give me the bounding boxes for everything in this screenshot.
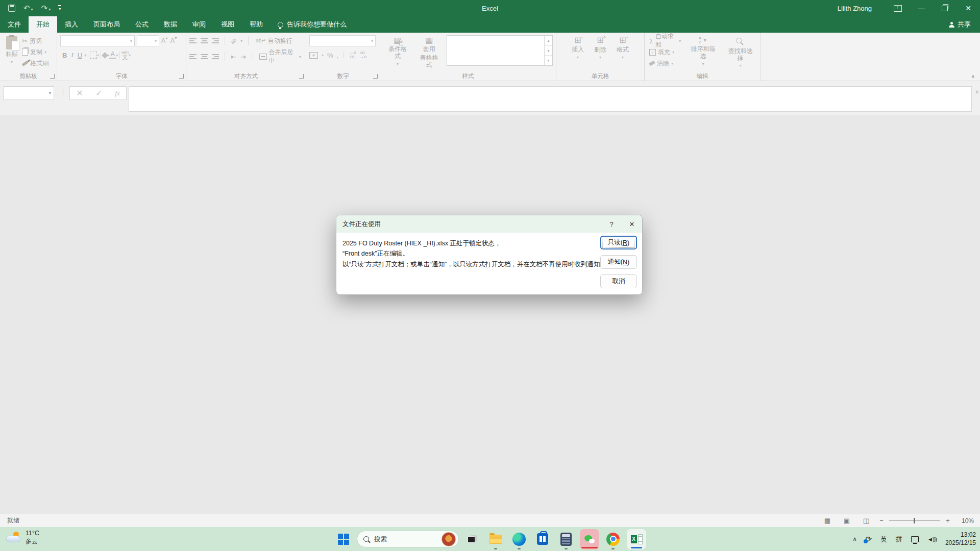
tab-formulas[interactable]: 公式 (128, 16, 156, 33)
sort-filter-button[interactable]: AZ▼ 排序和筛选 ▾ (687, 35, 720, 72)
cancel-button[interactable]: 取消 (600, 274, 637, 288)
expand-formula-bar-icon[interactable]: ˅ (975, 89, 978, 95)
bold-button[interactable]: B (60, 52, 69, 59)
zoom-slider[interactable] (889, 520, 940, 521)
gallery-scrollbar[interactable]: ▲ ▼ ▼ (544, 36, 552, 65)
enter-icon[interactable]: ✓ (95, 88, 102, 98)
comma-style-button[interactable]: , (337, 52, 339, 59)
formula-bar-splitter[interactable]: ⋮ (60, 88, 66, 95)
paste-button[interactable]: 粘贴 ▾ (3, 35, 20, 72)
sync-update-icon[interactable]: ⟳ (865, 535, 872, 543)
increase-decimal-button[interactable]: ←.0.00 (349, 51, 356, 59)
cell-styles-gallery[interactable]: ▲ ▼ ▼ (447, 35, 553, 66)
font-name-combo[interactable]: ▾ (60, 35, 135, 46)
conditional-formatting-button[interactable]: ▦≠ 条件格式 ▾ (383, 35, 412, 67)
autosum-button[interactable]: Σ自动求和▾ (648, 35, 682, 46)
taskbar-clock[interactable]: 13:02 2025/12/15 (945, 531, 976, 547)
search-input[interactable] (373, 535, 431, 543)
redo-button[interactable]: ↷▾ (41, 4, 51, 13)
clear-button[interactable]: 清除▾ (648, 58, 682, 69)
weather-widget[interactable]: 11°C 多云 (6, 530, 39, 545)
increase-font-size-button[interactable]: A▲ (161, 37, 168, 44)
tab-view[interactable]: 视图 (213, 16, 242, 33)
tab-data[interactable]: 数据 (156, 16, 185, 33)
merge-center-button[interactable]: 合并后居中▾ (258, 51, 303, 62)
microsoft-store-button[interactable] (532, 528, 553, 550)
formula-input[interactable] (129, 86, 972, 112)
start-button[interactable] (333, 528, 354, 550)
tab-insert[interactable]: 插入 (57, 16, 86, 33)
tab-home[interactable]: 开始 (29, 16, 57, 33)
delete-cells-button[interactable]: ⊞✕ 删除 ▾ (592, 35, 609, 72)
zoom-slider-thumb[interactable] (914, 518, 915, 523)
page-layout-view-icon[interactable]: ▣ (837, 517, 856, 524)
save-icon[interactable] (8, 5, 15, 12)
zoom-out-button[interactable]: − (876, 517, 887, 524)
normal-view-icon[interactable]: ▦ (818, 517, 837, 524)
copy-button[interactable]: 复制▾ (20, 46, 50, 58)
percent-style-button[interactable]: % (327, 52, 333, 59)
alignment-dialog-launcher[interactable] (299, 74, 304, 79)
taskbar-search[interactable] (357, 531, 459, 547)
undo-button[interactable]: ↶▾ (23, 4, 33, 13)
speaker-icon[interactable]: ◄))) (927, 536, 937, 542)
increase-indent-icon[interactable]: ⇥ (240, 54, 246, 60)
number-dialog-launcher[interactable] (373, 74, 378, 79)
format-painter-button[interactable]: 格式刷 (20, 58, 50, 69)
zoom-level[interactable]: 10% (953, 517, 974, 524)
customize-qat-icon[interactable]: ▾ (59, 5, 61, 11)
font-color-button[interactable]: A (109, 51, 116, 59)
tell-me-box[interactable]: 告诉我你想要做什么 (271, 16, 354, 33)
chrome-button[interactable] (603, 528, 623, 550)
wrap-text-button[interactable]: ab↵自动换行 (254, 35, 294, 46)
align-right-icon[interactable] (212, 54, 219, 59)
decrease-decimal-button[interactable]: .00→.0 (359, 51, 366, 59)
network-icon[interactable] (911, 536, 919, 542)
clipboard-dialog-launcher[interactable] (50, 74, 55, 79)
ribbon-display-options-button[interactable] (886, 0, 910, 16)
task-view-button[interactable] (462, 528, 482, 550)
zoom-in-button[interactable]: + (942, 517, 953, 524)
calculator-button[interactable] (556, 528, 576, 550)
decrease-indent-icon[interactable]: ⇤ (231, 54, 236, 60)
tab-review[interactable]: 审阅 (185, 16, 213, 33)
read-only-button[interactable]: 只读(R) (600, 236, 637, 249)
share-button[interactable]: 共享 (940, 16, 980, 33)
borders-icon[interactable] (90, 52, 97, 59)
wechat-button[interactable] (579, 528, 600, 550)
font-size-combo[interactable]: ▾ (137, 35, 159, 46)
ime-language-indicator[interactable]: 英 (880, 535, 887, 544)
font-dialog-launcher[interactable] (179, 74, 184, 79)
restore-button[interactable] (933, 0, 957, 16)
dialog-help-button[interactable]: ? (601, 215, 622, 233)
file-explorer-button[interactable] (485, 528, 506, 550)
gallery-open-icon[interactable]: ▼ (545, 55, 552, 65)
ime-pinyin-indicator[interactable]: 拼 (896, 535, 902, 544)
number-format-combo[interactable]: ▾ (309, 35, 376, 46)
hidden-icons-chevron[interactable]: ∧ (852, 536, 856, 542)
decrease-font-size-button[interactable]: A▼ (170, 37, 178, 44)
name-box[interactable]: ▾ (3, 86, 54, 100)
underline-button[interactable]: U (76, 52, 84, 59)
format-cells-button[interactable]: ⊞↔ 格式 ▾ (614, 35, 631, 72)
format-as-table-button[interactable]: ▦ 套用 表格格式 (415, 35, 444, 69)
align-middle-icon[interactable] (201, 38, 208, 43)
gallery-scroll-up-icon[interactable]: ▲ (545, 36, 552, 45)
cancel-icon[interactable]: ✕ (76, 88, 83, 98)
insert-cells-button[interactable]: ⊞← 插入 ▾ (569, 35, 586, 72)
align-top-icon[interactable] (189, 38, 197, 43)
gallery-scroll-down-icon[interactable]: ▼ (545, 45, 552, 56)
insert-function-button[interactable]: fx (115, 89, 119, 97)
dialog-close-button[interactable]: ✕ (622, 215, 642, 233)
close-button[interactable]: ✕ (957, 0, 980, 16)
collapse-ribbon-icon[interactable]: ∧ (971, 73, 975, 79)
page-break-view-icon[interactable]: ◫ (856, 517, 876, 524)
excel-taskbar-button[interactable] (626, 528, 647, 550)
phonetic-guide-button[interactable]: wén文 (121, 51, 129, 60)
find-select-button[interactable]: 查找和选择 ▾ (724, 35, 757, 72)
tab-file[interactable]: 文件 (0, 16, 29, 33)
worksheet-area[interactable] (0, 115, 980, 514)
align-left-icon[interactable] (189, 54, 197, 59)
tab-help[interactable]: 帮助 (242, 16, 271, 33)
fill-button[interactable]: ↓填充▾ (648, 46, 682, 58)
